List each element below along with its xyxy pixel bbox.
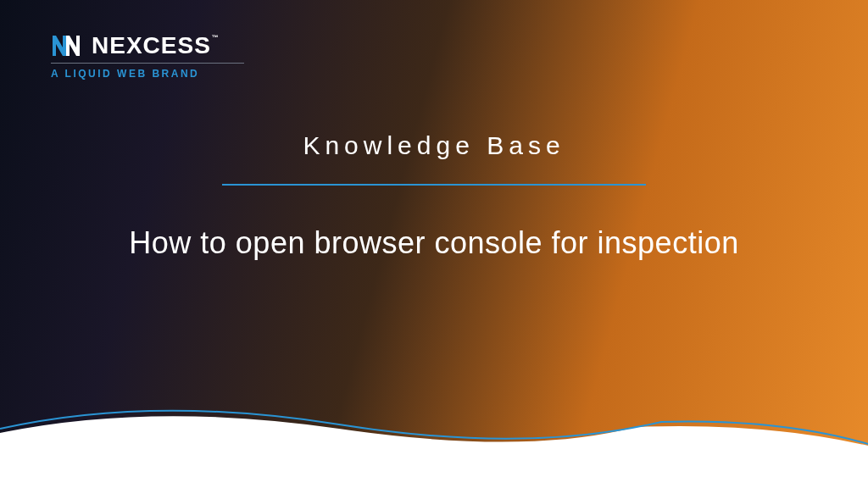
logo-row: NEXCESS ™ — [51, 32, 244, 59]
logo-divider — [51, 63, 244, 64]
trademark-symbol: ™ — [212, 34, 220, 42]
category-label: Knowledge Base — [0, 131, 868, 160]
article-title: How to open browser console for inspecti… — [129, 221, 739, 265]
brand-logo-block: NEXCESS ™ A LIQUID WEB BRAND — [51, 32, 244, 80]
brand-name-text: NEXCESS — [92, 32, 211, 58]
content-block: Knowledge Base How to open browser conso… — [0, 131, 868, 265]
decorative-wave — [0, 386, 868, 488]
brand-name: NEXCESS ™ — [92, 32, 211, 59]
nexcess-logo-icon — [51, 34, 81, 58]
title-divider — [222, 184, 646, 186]
brand-tagline: A LIQUID WEB BRAND — [51, 68, 244, 80]
